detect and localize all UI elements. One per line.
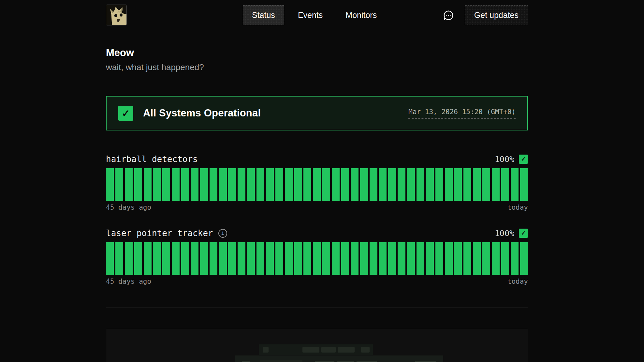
uptime-bar[interactable] — [172, 168, 180, 201]
uptime-bar[interactable] — [294, 168, 302, 201]
uptime-bar[interactable] — [388, 168, 396, 201]
uptime-bar[interactable] — [407, 242, 415, 275]
uptime-bar[interactable] — [266, 168, 274, 201]
uptime-bar[interactable] — [125, 168, 133, 201]
uptime-bar[interactable] — [322, 242, 330, 275]
uptime-bar[interactable] — [228, 242, 236, 275]
uptime-bar[interactable] — [294, 242, 302, 275]
uptime-bar[interactable] — [219, 168, 227, 201]
monitor-status-check-icon[interactable]: ✓ — [519, 229, 528, 238]
get-updates-button[interactable]: Get updates — [465, 5, 528, 25]
uptime-bar[interactable] — [501, 168, 509, 201]
uptime-bar[interactable] — [445, 242, 453, 275]
uptime-bar[interactable] — [463, 242, 471, 275]
uptime-bar[interactable] — [181, 168, 189, 201]
uptime-bar[interactable] — [492, 168, 500, 201]
uptime-bar[interactable] — [501, 242, 509, 275]
uptime-bar[interactable] — [303, 242, 311, 275]
uptime-bar[interactable] — [106, 242, 114, 275]
uptime-bar[interactable] — [162, 242, 170, 275]
uptime-bar[interactable] — [426, 242, 434, 275]
uptime-bar[interactable] — [388, 242, 396, 275]
uptime-bar[interactable] — [473, 242, 481, 275]
tab-status[interactable]: Status — [243, 5, 284, 25]
uptime-bar[interactable] — [266, 242, 274, 275]
uptime-bar[interactable] — [360, 168, 368, 201]
tab-events[interactable]: Events — [289, 5, 332, 25]
tab-monitors[interactable]: Monitors — [336, 5, 386, 25]
uptime-bar[interactable] — [360, 242, 368, 275]
uptime-bar[interactable] — [426, 168, 434, 201]
uptime-bar[interactable] — [144, 242, 152, 275]
uptime-bar[interactable] — [398, 242, 405, 275]
uptime-bar[interactable] — [228, 168, 236, 201]
uptime-bar[interactable] — [125, 242, 133, 275]
uptime-bar[interactable] — [511, 242, 519, 275]
uptime-bar[interactable] — [398, 168, 405, 201]
uptime-bar[interactable] — [435, 242, 443, 275]
uptime-bar[interactable] — [379, 242, 387, 275]
info-icon[interactable]: i — [218, 229, 227, 238]
uptime-bar[interactable] — [172, 242, 180, 275]
uptime-bar[interactable] — [275, 242, 283, 275]
uptime-bar[interactable] — [219, 242, 227, 275]
uptime-bar[interactable] — [407, 168, 415, 201]
uptime-bar[interactable] — [313, 242, 321, 275]
uptime-bar[interactable] — [370, 168, 377, 201]
uptime-bar[interactable] — [134, 242, 142, 275]
uptime-bar[interactable] — [454, 242, 462, 275]
uptime-bar[interactable] — [303, 168, 311, 201]
uptime-bar[interactable] — [445, 168, 453, 201]
uptime-bar[interactable] — [162, 168, 170, 201]
uptime-bar[interactable] — [454, 168, 462, 201]
uptime-bar[interactable] — [341, 168, 349, 201]
uptime-bar[interactable] — [520, 168, 528, 201]
uptime-bar[interactable] — [238, 168, 245, 201]
uptime-bar[interactable] — [153, 242, 161, 275]
uptime-bar[interactable] — [435, 168, 443, 201]
uptime-bar[interactable] — [463, 168, 471, 201]
uptime-bar[interactable] — [106, 168, 114, 201]
uptime-bar[interactable] — [417, 168, 424, 201]
uptime-bar[interactable] — [238, 242, 245, 275]
uptime-bar[interactable] — [370, 242, 377, 275]
uptime-bar[interactable] — [200, 242, 208, 275]
status-timestamp[interactable]: Mar 13, 2026 15:20 (GMT+0) — [408, 108, 516, 119]
uptime-bar[interactable] — [210, 168, 217, 201]
site-logo-cat[interactable] — [106, 5, 127, 25]
uptime-bar[interactable] — [247, 168, 255, 201]
uptime-bar[interactable] — [285, 168, 293, 201]
uptime-bar[interactable] — [191, 168, 198, 201]
uptime-bar[interactable] — [210, 242, 217, 275]
uptime-bar[interactable] — [417, 242, 424, 275]
uptime-bar[interactable] — [285, 242, 293, 275]
uptime-bar[interactable] — [115, 242, 123, 275]
uptime-bar[interactable] — [191, 242, 198, 275]
uptime-bar[interactable] — [341, 242, 349, 275]
uptime-bar[interactable] — [153, 168, 161, 201]
uptime-bar[interactable] — [482, 242, 490, 275]
uptime-bar[interactable] — [313, 168, 321, 201]
feedback-chat-icon[interactable] — [442, 9, 455, 22]
uptime-bar[interactable] — [247, 242, 255, 275]
uptime-bar[interactable] — [351, 242, 359, 275]
uptime-bar[interactable] — [200, 168, 208, 201]
uptime-bar[interactable] — [275, 168, 283, 201]
uptime-bar[interactable] — [181, 242, 189, 275]
uptime-bar[interactable] — [511, 168, 519, 201]
uptime-bar[interactable] — [256, 242, 264, 275]
uptime-bar[interactable] — [473, 168, 481, 201]
uptime-bar[interactable] — [332, 242, 340, 275]
uptime-bar[interactable] — [520, 242, 528, 275]
uptime-bar[interactable] — [115, 168, 123, 201]
uptime-bar[interactable] — [351, 168, 359, 201]
uptime-bar[interactable] — [256, 168, 264, 201]
uptime-bar[interactable] — [482, 168, 490, 201]
uptime-bar[interactable] — [332, 168, 340, 201]
uptime-bar[interactable] — [144, 168, 152, 201]
uptime-bar[interactable] — [492, 242, 500, 275]
uptime-bar[interactable] — [134, 168, 142, 201]
monitor-status-check-icon[interactable]: ✓ — [519, 155, 528, 164]
uptime-bar[interactable] — [322, 168, 330, 201]
uptime-bar[interactable] — [379, 168, 387, 201]
